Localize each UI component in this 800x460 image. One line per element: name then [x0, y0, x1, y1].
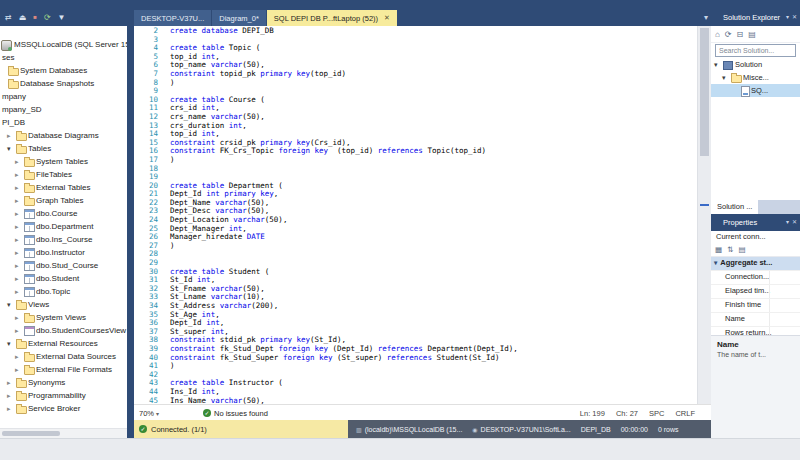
tree-item[interactable]: ▸dbo.Student	[0, 272, 127, 285]
document-health[interactable]: ✓ No issues found	[203, 409, 268, 418]
code-line[interactable]: St_Age int,	[170, 311, 697, 320]
tree-item[interactable]: ▸dbo.Instructor	[0, 246, 127, 259]
code-line[interactable]	[170, 250, 697, 259]
code-line[interactable]: )	[170, 156, 697, 165]
tree-item[interactable]: MSSQLLocalDB (SQL Server 15.0	[0, 38, 127, 51]
tree-item[interactable]: ▸External Tables	[0, 181, 127, 194]
tree-item[interactable]: ▸Graph Tables	[0, 194, 127, 207]
property-row[interactable]: ▾Aggregate st...	[711, 257, 800, 271]
tree-item[interactable]: ▸Service Broker	[0, 402, 127, 415]
tree-item[interactable]: ▸dbo.Topic	[0, 285, 127, 298]
chevron-right-icon[interactable]: ▸	[15, 259, 19, 272]
editor-vscrollbar[interactable]	[697, 26, 711, 404]
code-area[interactable]: create database DEPI_DB create table Top…	[170, 27, 697, 404]
code-line[interactable]: Ins_Name varchar(50),	[170, 397, 697, 404]
solution-item[interactable]: SQ...	[711, 84, 800, 97]
chevron-right-icon[interactable]: ▸	[15, 220, 19, 233]
code-line[interactable]: crs_name varchar(50),	[170, 113, 697, 122]
solution-item[interactable]: ▾Solution	[711, 58, 800, 71]
tree-item[interactable]: ▸dbo.Ins_Course	[0, 233, 127, 246]
property-row[interactable]: Name	[711, 313, 800, 327]
zoom-control[interactable]: 70% ▾	[139, 409, 159, 418]
chevron-right-icon[interactable]: ▸	[7, 389, 11, 402]
chevron-right-icon[interactable]: ▸	[15, 324, 19, 337]
tree-item[interactable]: ▸Programmability	[0, 389, 127, 402]
connect-icon[interactable]: ⇄	[5, 9, 12, 26]
filter-icon[interactable]: ▼	[58, 9, 66, 26]
chevron-down-icon[interactable]: ▾	[714, 259, 717, 266]
code-editor[interactable]: 2345678910111213141516171819202122232425…	[134, 26, 711, 404]
code-line[interactable]: crs_duration int,	[170, 122, 697, 131]
chevron-down-icon[interactable]: ▾	[7, 298, 11, 311]
code-line[interactable]: St_Address varchar(200),	[170, 302, 697, 311]
chevron-right-icon[interactable]: ▸	[15, 207, 19, 220]
chevron-right-icon[interactable]: ▸	[15, 350, 19, 363]
object-explorer-hscrollbar[interactable]	[0, 428, 127, 438]
document-dropdown-icon[interactable]: ▾	[704, 13, 708, 22]
tree-item[interactable]: ▸External File Formats	[0, 363, 127, 376]
tree-item[interactable]: ▸External Data Sources	[0, 350, 127, 363]
chevron-right-icon[interactable]: ▸	[15, 233, 19, 246]
chevron-right-icon[interactable]: ▸	[15, 285, 19, 298]
document-tab[interactable]: Diagram_0*	[212, 10, 266, 26]
tree-item[interactable]: ▸Synonyms	[0, 376, 127, 389]
chevron-down-icon[interactable]: ▾	[7, 142, 11, 155]
tree-item[interactable]: ses	[0, 51, 127, 64]
tree-item[interactable]: ▸System Tables	[0, 155, 127, 168]
chevron-down-icon[interactable]: ▾	[714, 58, 718, 71]
categorized-icon[interactable]: ▦	[715, 245, 722, 254]
tree-item[interactable]: ▸Database Diagrams	[0, 129, 127, 142]
tree-item[interactable]: PI_DB	[0, 116, 127, 129]
close-icon[interactable]: ✕	[792, 214, 797, 231]
chevron-right-icon[interactable]: ▸	[7, 376, 11, 389]
chevron-right-icon[interactable]: ▸	[15, 311, 19, 324]
chevron-right-icon[interactable]: ▸	[15, 272, 19, 285]
scrollbar-thumb[interactable]	[2, 431, 60, 436]
refresh-icon[interactable]: ⟳	[44, 9, 51, 26]
document-tab[interactable]: DESKTOP-V37U...	[134, 10, 211, 26]
tree-item[interactable]: ▸System Views	[0, 311, 127, 324]
tree-item[interactable]: Database Snapshots	[0, 77, 127, 90]
stop-icon[interactable]: ■	[33, 9, 37, 26]
tab-solution-explorer[interactable]: Solution ...	[711, 200, 758, 214]
properties-object-selector[interactable]: Current conn...	[711, 231, 800, 243]
code-line[interactable]: create table Student (	[170, 268, 697, 277]
code-line[interactable]: Dept_Location varchar(50),	[170, 216, 697, 225]
code-line[interactable]: constraint fk_Stud_Super foreign key (St…	[170, 354, 697, 363]
solution-explorer-title-bar[interactable]: Solution Explorer ▾✕	[711, 9, 800, 26]
property-row[interactable]: Connection...	[711, 271, 800, 285]
chevron-down-icon[interactable]: ▾	[786, 214, 789, 231]
code-line[interactable]: )	[170, 242, 697, 251]
chevron-right-icon[interactable]: ▸	[15, 155, 19, 168]
tree-item[interactable]: ▾External Resources	[0, 337, 127, 350]
property-pages-icon[interactable]: ▤	[738, 245, 745, 254]
tree-item[interactable]: ▾Tables	[0, 142, 127, 155]
code-line[interactable]: Dept_Id int,	[170, 319, 697, 328]
close-icon[interactable]: ✕	[792, 9, 797, 26]
code-line[interactable]: create table Instructor (	[170, 379, 697, 388]
document-tab[interactable]: SQL DEPI DB P...ftLaptop (52))✕	[267, 10, 397, 26]
scrollbar-thumb[interactable]	[700, 28, 709, 156]
tree-item[interactable]: ▾Views	[0, 298, 127, 311]
code-line[interactable]: create table Topic (	[170, 44, 697, 53]
close-icon[interactable]: ✕	[384, 14, 390, 22]
code-line[interactable]: constraint FK_Crs_Topic foreign key (top…	[170, 147, 697, 156]
code-line[interactable]: Manager_hiredate DATE	[170, 233, 697, 242]
tree-item[interactable]: ▸FileTables	[0, 168, 127, 181]
chevron-down-icon[interactable]: ▾	[7, 337, 11, 350]
code-line[interactable]	[170, 165, 697, 174]
collapse-all-icon[interactable]: ⊟	[737, 30, 744, 39]
chevron-right-icon[interactable]: ▸	[7, 402, 11, 415]
chevron-right-icon[interactable]: ▸	[15, 168, 19, 181]
chevron-right-icon[interactable]: ▸	[15, 246, 19, 259]
property-row[interactable]: Finish time	[711, 299, 800, 313]
tree-item[interactable]: System Databases	[0, 64, 127, 77]
tree-item[interactable]: ▸dbo.Course	[0, 207, 127, 220]
refresh-icon[interactable]: ⟳	[725, 30, 732, 39]
tree-item[interactable]: ▸dbo.Stud_Course	[0, 259, 127, 272]
code-line[interactable]: )	[170, 362, 697, 371]
chevron-right-icon[interactable]: ▸	[15, 363, 19, 376]
tree-item[interactable]: ▸dbo.StudentCoursesView	[0, 324, 127, 337]
alphabetical-icon[interactable]: ⇅	[727, 245, 733, 254]
chevron-right-icon[interactable]: ▸	[7, 129, 11, 142]
